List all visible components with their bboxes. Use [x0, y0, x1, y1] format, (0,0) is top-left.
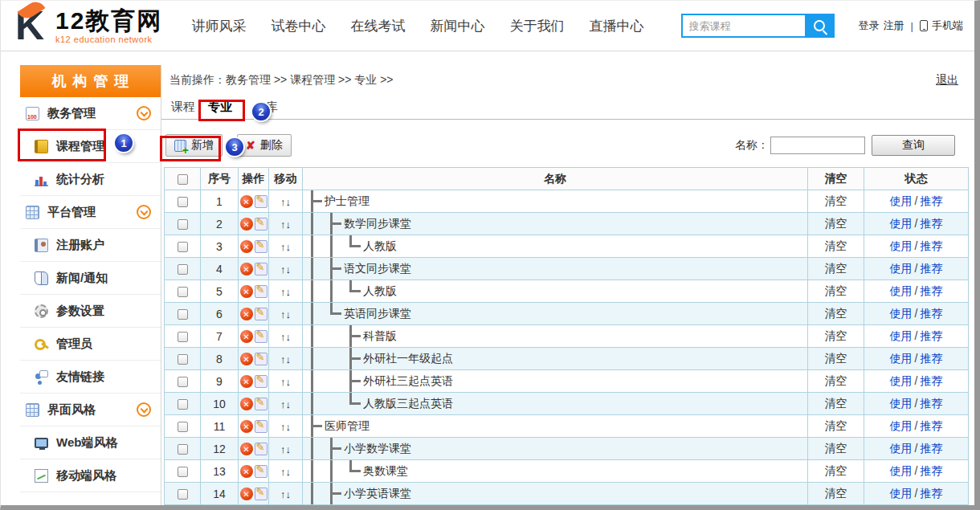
- recommend-link[interactable]: 推荐: [920, 262, 942, 275]
- row-edit-icon[interactable]: [255, 398, 267, 410]
- nav-item-0[interactable]: 讲师风采: [191, 17, 246, 35]
- row-delete-icon[interactable]: ✕: [240, 488, 253, 500]
- clear-link[interactable]: 清空: [825, 419, 847, 432]
- clear-link[interactable]: 清空: [825, 329, 847, 342]
- clear-link[interactable]: 清空: [825, 352, 847, 365]
- logout-link[interactable]: 退出: [936, 73, 958, 88]
- register-link[interactable]: 注册: [884, 18, 904, 33]
- row-checkbox[interactable]: [178, 309, 188, 320]
- row-delete-icon[interactable]: ✕: [240, 240, 253, 253]
- recommend-link[interactable]: 推荐: [920, 397, 942, 410]
- select-all-checkbox[interactable]: [178, 174, 188, 185]
- nav-item-3[interactable]: 新闻中心: [430, 17, 484, 35]
- recommend-link[interactable]: 推荐: [920, 194, 942, 207]
- clear-link[interactable]: 清空: [825, 464, 847, 477]
- row-edit-icon[interactable]: [255, 195, 267, 208]
- course-name[interactable]: 人教版: [363, 239, 397, 254]
- sidebar-item-8[interactable]: 友情链接: [20, 361, 161, 394]
- sidebar-item-7[interactable]: 管理员: [20, 328, 161, 361]
- move-down-icon[interactable]: ↓: [286, 398, 292, 410]
- course-name[interactable]: 外研社一年级起点: [363, 352, 453, 366]
- row-edit-icon[interactable]: [255, 375, 267, 388]
- sidebar-item-9[interactable]: 界面风格: [20, 394, 161, 426]
- chevron-down-icon[interactable]: [137, 205, 151, 219]
- clear-link[interactable]: 清空: [825, 217, 847, 230]
- move-down-icon[interactable]: ↓: [286, 421, 292, 433]
- row-delete-icon[interactable]: ✕: [240, 285, 253, 298]
- row-edit-icon[interactable]: [255, 353, 267, 365]
- move-down-icon[interactable]: ↓: [286, 376, 292, 388]
- move-down-icon[interactable]: ↓: [286, 331, 292, 343]
- clear-link[interactable]: 清空: [825, 397, 847, 410]
- sidebar-item-2[interactable]: 统计分析: [20, 163, 161, 196]
- recommend-link[interactable]: 推荐: [920, 284, 942, 297]
- move-down-icon[interactable]: ↓: [286, 196, 292, 208]
- nav-item-5[interactable]: 直播中心: [589, 17, 643, 35]
- use-link[interactable]: 使用: [890, 329, 913, 342]
- use-link[interactable]: 使用: [890, 419, 913, 432]
- row-edit-icon[interactable]: [255, 240, 267, 253]
- row-delete-icon[interactable]: ✕: [240, 218, 253, 231]
- row-checkbox[interactable]: [178, 287, 188, 297]
- row-delete-icon[interactable]: ✕: [240, 263, 253, 275]
- use-link[interactable]: 使用: [890, 284, 913, 297]
- recommend-link[interactable]: 推荐: [920, 419, 942, 432]
- course-name[interactable]: 语文同步课堂: [344, 262, 411, 276]
- row-delete-icon[interactable]: ✕: [240, 308, 253, 320]
- clear-link[interactable]: 清空: [825, 442, 847, 455]
- row-checkbox[interactable]: [178, 377, 188, 387]
- recommend-link[interactable]: 推荐: [920, 239, 942, 252]
- use-link[interactable]: 使用: [890, 217, 913, 230]
- course-name[interactable]: 外研社三起点英语: [363, 374, 453, 389]
- nav-item-2[interactable]: 在线考试: [350, 17, 405, 35]
- use-link[interactable]: 使用: [890, 262, 913, 275]
- row-delete-icon[interactable]: ✕: [240, 375, 253, 388]
- move-down-icon[interactable]: ↓: [286, 241, 292, 253]
- row-delete-icon[interactable]: ✕: [240, 195, 253, 208]
- row-checkbox[interactable]: [178, 444, 188, 455]
- move-down-icon[interactable]: ↓: [286, 443, 292, 455]
- move-down-icon[interactable]: ↓: [286, 263, 292, 275]
- search-button[interactable]: [805, 14, 835, 38]
- row-edit-icon[interactable]: [255, 330, 267, 343]
- use-link[interactable]: 使用: [890, 374, 913, 387]
- row-checkbox[interactable]: [178, 197, 188, 207]
- sidebar-item-11[interactable]: 移动端风格: [20, 459, 161, 492]
- row-edit-icon[interactable]: [255, 263, 267, 275]
- course-name[interactable]: 小学数学课堂: [344, 442, 411, 456]
- sidebar-item-5[interactable]: 新闻/通知: [20, 262, 161, 295]
- row-checkbox[interactable]: [178, 332, 188, 342]
- row-delete-icon[interactable]: ✕: [240, 443, 253, 455]
- use-link[interactable]: 使用: [890, 307, 913, 320]
- course-name[interactable]: 护士管理: [325, 194, 370, 209]
- recommend-link[interactable]: 推荐: [920, 442, 942, 455]
- sidebar-item-10[interactable]: Web端风格: [20, 426, 161, 459]
- sidebar-item-1[interactable]: 课程管理: [20, 130, 161, 163]
- row-edit-icon[interactable]: [255, 285, 267, 298]
- clear-link[interactable]: 清空: [825, 194, 847, 207]
- row-edit-icon[interactable]: [255, 218, 267, 231]
- nav-item-4[interactable]: 关于我们: [509, 17, 564, 35]
- add-button[interactable]: 新增: [165, 134, 223, 157]
- recommend-link[interactable]: 推荐: [920, 374, 942, 387]
- course-name[interactable]: 数学同步课堂: [344, 217, 411, 231]
- recommend-link[interactable]: 推荐: [920, 329, 942, 342]
- search-input[interactable]: [681, 14, 805, 38]
- course-name[interactable]: 人教版三起点英语: [363, 397, 453, 411]
- sidebar-item-3[interactable]: 平台管理: [20, 196, 161, 229]
- row-checkbox[interactable]: [178, 422, 188, 432]
- use-link[interactable]: 使用: [890, 397, 913, 410]
- row-checkbox[interactable]: [178, 219, 188, 230]
- use-link[interactable]: 使用: [890, 239, 913, 252]
- row-checkbox[interactable]: [178, 489, 188, 500]
- clear-link[interactable]: 清空: [825, 262, 847, 275]
- use-link[interactable]: 使用: [890, 442, 913, 455]
- login-link[interactable]: 登录: [859, 18, 880, 33]
- sidebar-item-0[interactable]: 教务管理: [20, 97, 161, 130]
- move-down-icon[interactable]: ↓: [286, 466, 292, 478]
- logo[interactable]: K 12教育网 k12 education network: [9, 5, 162, 47]
- tab-2[interactable]: 库: [259, 96, 284, 119]
- use-link[interactable]: 使用: [890, 194, 913, 207]
- row-edit-icon[interactable]: [255, 308, 267, 320]
- row-delete-icon[interactable]: ✕: [240, 465, 253, 478]
